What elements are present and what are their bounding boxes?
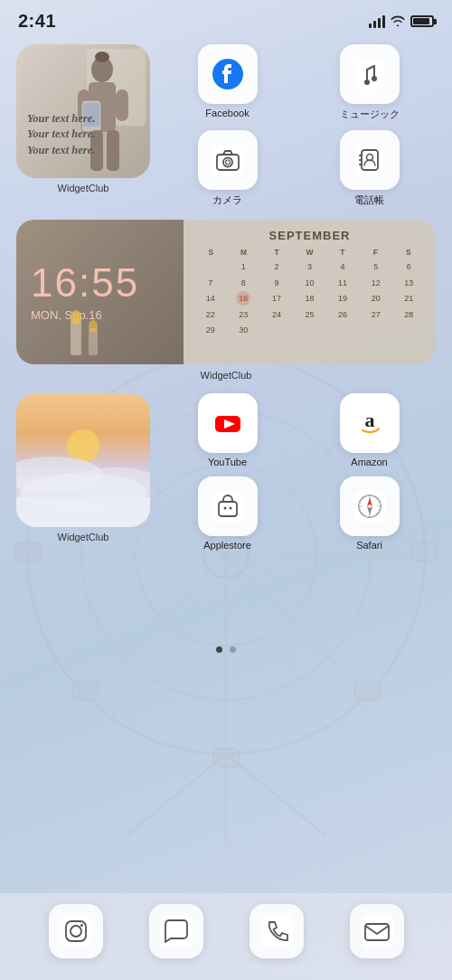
svg-point-52 (89, 320, 98, 333)
widget-club-small-label: WidgetClub (16, 183, 150, 193)
widget-club-small[interactable]: Your text here. Your text here. Your tex… (16, 44, 150, 207)
svg-rect-77 (60, 915, 92, 947)
calendar-widget-label: WidgetClub (16, 370, 436, 381)
camera-icon (198, 130, 258, 190)
svg-point-51 (71, 310, 81, 325)
svg-rect-30 (116, 90, 128, 121)
calendar-left: 16:55 MON, Sep.16 (16, 220, 184, 364)
app-contacts[interactable]: 電話帳 (303, 130, 436, 207)
dock-app-phone[interactable] (250, 904, 304, 958)
app-appstore[interactable]: Applestore (161, 476, 294, 551)
app-music[interactable]: ミュージック (303, 44, 436, 121)
dock-app-instagram[interactable] (49, 904, 103, 958)
svg-rect-36 (354, 59, 385, 90)
contacts-icon (340, 130, 400, 190)
amazon-icon: a (340, 393, 400, 453)
home-screen: Your text here. Your text here. Your tex… (0, 37, 452, 653)
calendar-widget: 16:55 MON, Sep.16 SEPTEMBER S M T W (16, 220, 436, 364)
widget-club-photo-label: WidgetClub (16, 532, 150, 542)
appstore-label: Applestore (203, 540, 251, 551)
bottom-row: WidgetClub YouTube (16, 393, 436, 634)
page-dot-1[interactable] (216, 646, 222, 653)
signal-icon (369, 15, 385, 28)
svg-point-80 (80, 924, 83, 927)
youtube-icon (198, 393, 258, 453)
svg-rect-19 (354, 682, 380, 700)
candle-decoration (16, 310, 184, 364)
dock (0, 893, 452, 980)
sunset-photo (16, 393, 150, 527)
widget-photo-display (16, 393, 150, 527)
app-amazon[interactable]: a Amazon (303, 393, 436, 467)
widget-club-photo[interactable]: WidgetClub (16, 393, 150, 634)
app-safari[interactable]: Safari (303, 476, 436, 551)
mail-icon (350, 904, 404, 958)
calendar-header: S M T W T F S (194, 248, 425, 257)
status-time: 2:41 (18, 11, 56, 32)
dock-app-mail[interactable] (350, 904, 404, 958)
top-app-grid: Facebook ミュージック (161, 44, 436, 207)
svg-rect-34 (107, 130, 119, 171)
svg-point-26 (95, 52, 109, 62)
phone-icon (250, 904, 304, 958)
widget-text-overlay: Your text here. Your text here. Your tex… (27, 111, 95, 159)
appstore-icon (198, 476, 258, 536)
music-label: ミュージック (340, 108, 400, 121)
contacts-label: 電話帳 (354, 193, 384, 207)
svg-line-20 (127, 754, 226, 835)
facebook-label: Facebook (205, 108, 249, 118)
safari-label: Safari (356, 540, 382, 551)
camera-label: カメラ (212, 193, 242, 207)
amazon-label: Amazon (351, 457, 387, 467)
facebook-icon (198, 44, 258, 104)
calendar-month: SEPTEMBER (194, 229, 425, 242)
safari-icon (340, 476, 400, 536)
svg-point-54 (67, 429, 99, 462)
app-facebook[interactable]: Facebook (161, 44, 294, 121)
status-icons (369, 14, 434, 29)
svg-rect-82 (260, 915, 293, 947)
page-dot-2[interactable] (230, 646, 236, 653)
calendar-widget-container[interactable]: 16:55 MON, Sep.16 SEPTEMBER S M T W (16, 220, 436, 381)
page-dots (16, 646, 436, 653)
battery-icon (410, 15, 434, 27)
svg-text:a: a (364, 409, 374, 431)
messages-icon (149, 904, 203, 958)
svg-point-37 (372, 76, 377, 81)
svg-rect-18 (72, 682, 98, 700)
svg-point-38 (364, 80, 370, 85)
music-icon (340, 44, 400, 104)
svg-line-21 (226, 754, 325, 835)
bottom-app-grid: YouTube a Amazon (161, 393, 436, 634)
top-row: Your text here. Your text here. Your tex… (16, 44, 436, 207)
calendar-right: SEPTEMBER S M T W T F S 1 2 3 4 5 (184, 220, 436, 364)
dock-app-messages[interactable] (149, 904, 203, 958)
calendar-grid: 1 2 3 4 5 6 7 8 9 10 11 12 13 14 16 17 1 (194, 259, 425, 338)
app-youtube[interactable]: YouTube (161, 393, 294, 467)
status-bar: 2:41 (0, 0, 452, 37)
instagram-icon (49, 904, 103, 958)
svg-point-67 (229, 507, 231, 510)
svg-point-66 (223, 507, 226, 510)
youtube-label: YouTube (208, 457, 247, 467)
app-camera[interactable]: カメラ (161, 130, 294, 207)
calendar-time: 16:55 (31, 263, 169, 303)
svg-rect-58 (16, 497, 150, 527)
wifi-icon (391, 14, 405, 29)
